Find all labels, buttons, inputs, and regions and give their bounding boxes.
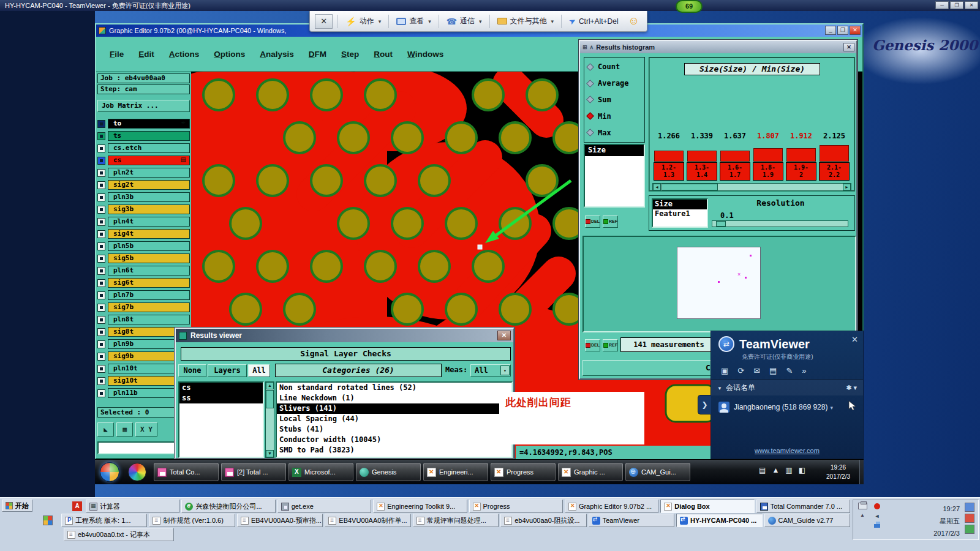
toolbar-item-files[interactable]: 文件与其他	[495, 14, 557, 28]
layer-visibility-checkbox[interactable]	[97, 279, 105, 287]
layer-name[interactable]: sig7b	[108, 302, 190, 312]
layer-row[interactable]: pln2t	[97, 167, 190, 179]
window-menu-icon[interactable]: ⊞	[582, 44, 587, 50]
slider-thumb[interactable]	[716, 221, 726, 227]
remote-clock[interactable]: 19:26 2017/2/3	[826, 463, 850, 481]
menu-item[interactable]: Analysis	[260, 50, 294, 59]
grid-tool-button[interactable]	[116, 422, 133, 437]
taskbar-button[interactable]: EB4VU00AA0-预审指...	[237, 514, 323, 527]
show-desktop-button[interactable]	[859, 460, 864, 484]
layer-name[interactable]: pln8t	[108, 315, 190, 324]
taskbar-button[interactable]: TeamViewer	[589, 514, 674, 527]
network-icon[interactable]	[874, 522, 880, 528]
refresh-icon[interactable]: ⟳	[737, 366, 744, 375]
tray-expand-icon[interactable]	[860, 511, 865, 518]
layer-row[interactable]: sig6t	[97, 277, 190, 289]
refresh-button[interactable]: REF	[603, 216, 618, 228]
layer-row[interactable]: pln8t	[97, 313, 190, 326]
meas-dropdown[interactable]: All	[470, 364, 511, 377]
layer-row[interactable]: to ✒	[97, 118, 190, 130]
printer-icon[interactable]: ▤	[759, 466, 766, 474]
taskbar-button[interactable]: CAM_Gui...	[625, 463, 690, 481]
layer-visibility-checkbox[interactable]	[97, 389, 105, 397]
layer-row[interactable]: sig7b	[97, 301, 190, 313]
menu-item[interactable]: Rout	[374, 50, 393, 59]
collapse-icon[interactable]: ∧	[590, 44, 594, 50]
tray-app-icon[interactable]	[965, 514, 974, 523]
layer-name[interactable]: pln7b	[108, 290, 190, 300]
volume-icon[interactable]: ◧	[799, 466, 805, 474]
layer-name[interactable]: sig3b	[108, 204, 190, 214]
delete-button[interactable]: DEL	[585, 216, 600, 228]
feature-list[interactable]: Size Feature1	[652, 198, 708, 228]
measure-item-size[interactable]: Size	[585, 145, 644, 156]
taskbar-button[interactable]: eb4vu00aa0-阻抗设...	[500, 514, 586, 527]
layer-visibility-checkbox[interactable]	[97, 242, 105, 250]
layers-button[interactable]: Layers	[208, 364, 247, 377]
category-row[interactable]: Conductor width (10045)	[277, 435, 511, 445]
close-button[interactable]	[850, 26, 861, 35]
taskbar-button[interactable]: HY-HYCAM-PC040 ...	[676, 514, 762, 527]
layer-row[interactable]: sig4t	[97, 228, 190, 240]
layer-visibility-checkbox[interactable]	[97, 291, 105, 299]
session-list-header[interactable]: 会话名单	[711, 380, 863, 395]
taskbar-button[interactable]: Graphic ...	[558, 463, 623, 481]
layer-visibility-checkbox[interactable]	[97, 157, 105, 165]
maximize-button[interactable]	[837, 26, 848, 35]
none-button[interactable]: None	[178, 364, 206, 377]
vertical-scrollbar[interactable]: ▲ ▼	[265, 381, 274, 458]
taskbar-button[interactable]: 工程系统 版本: 1...	[61, 514, 147, 527]
menu-item[interactable]: Edit	[138, 50, 154, 59]
all-button[interactable]: All	[248, 364, 270, 377]
layer-name[interactable]: pln5b	[108, 241, 190, 251]
layer-row[interactable]: ts	[97, 130, 190, 142]
category-row[interactable]: Line Neckdown (1)	[277, 393, 511, 403]
grid-icon[interactable]: ▤	[769, 366, 777, 375]
layer-visibility-checkbox[interactable]	[97, 230, 105, 238]
layer-visibility-checkbox[interactable]	[97, 304, 105, 312]
menu-item[interactable]: Actions	[169, 50, 200, 59]
feedback-smiley[interactable]	[626, 13, 642, 29]
layer-name[interactable]: pln3b	[108, 192, 190, 202]
scroll-down-icon[interactable]: ▼	[266, 450, 274, 457]
taskbar-button[interactable]: [2] Total ...	[221, 463, 286, 481]
close-icon[interactable]	[497, 331, 511, 340]
layer-visibility-checkbox[interactable]	[97, 365, 105, 373]
panel-collapse-tab[interactable]	[698, 395, 711, 414]
category-row[interactable]: Local Spacing (44)	[277, 414, 511, 424]
layer-name[interactable]: cs	[108, 156, 190, 165]
layer-name[interactable]: ts	[108, 131, 190, 141]
menu-item[interactable]: Options	[214, 50, 245, 59]
grid-quicklaunch-icon[interactable]	[43, 515, 53, 525]
stat-option[interactable]: Average	[584, 79, 644, 88]
taskbar-button[interactable]: 计算器	[86, 500, 179, 513]
layer-row[interactable]: sig5b	[97, 252, 190, 264]
stat-option[interactable]: Sum	[584, 96, 644, 104]
layer-name[interactable]: pln6t	[108, 266, 190, 276]
tray-expand-icon[interactable]: ▲	[772, 466, 779, 474]
layer-row[interactable]: pln5b	[97, 240, 190, 252]
category-row[interactable]: Stubs (41)	[277, 424, 511, 435]
participant-name[interactable]: Jiangbaoneng (518 869 928)	[734, 403, 833, 411]
taskbar-button[interactable]: EB4VU00AA0制作单...	[325, 514, 410, 527]
minimize-button[interactable]	[935, 1, 949, 9]
taskbar-button[interactable]: Dialog Box	[660, 500, 754, 513]
close-icon[interactable]	[843, 43, 854, 51]
status-dot-icon[interactable]	[874, 503, 880, 509]
connection-badge[interactable]: 69	[676, 0, 703, 13]
taskbar-button[interactable]: Genesis	[356, 463, 421, 481]
layer-name[interactable]: pln4t	[108, 217, 190, 227]
adobe-quicklaunch-icon[interactable]: A	[72, 501, 82, 511]
taskbar-button[interactable]: 常规评审问题处理...	[413, 514, 499, 527]
menu-item[interactable]: Windows	[407, 50, 443, 59]
taskbar-button[interactable]: CAM_Guide v2.77	[764, 514, 850, 527]
layer-visibility-checkbox[interactable]	[97, 218, 105, 226]
scroll-thumb[interactable]	[662, 184, 718, 190]
close-session-button[interactable]	[315, 14, 333, 29]
taskbar-button[interactable]: Engineering Toolkit 9...	[373, 500, 467, 513]
measure-list[interactable]: Size	[584, 144, 645, 208]
taskbar-button[interactable]: 兴森快捷衡阳分公司...	[181, 500, 275, 513]
resolution-slider[interactable]	[712, 220, 848, 227]
display-icon[interactable]: ▥	[785, 466, 792, 474]
refresh-button[interactable]: REF	[603, 339, 618, 351]
